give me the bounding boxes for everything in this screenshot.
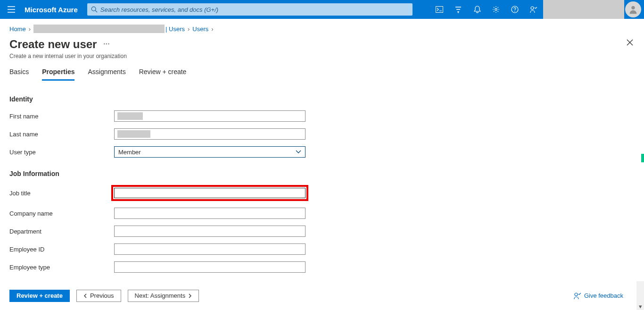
user-type-value: Member [118,149,141,156]
svg-point-7 [631,6,635,9]
svg-point-8 [575,293,578,296]
tab-bar: Basics Properties Assignments Review + c… [0,59,644,81]
global-search[interactable] [87,3,413,16]
tab-basics[interactable]: Basics [9,68,29,81]
notifications-icon[interactable] [468,0,487,19]
last-name-input[interactable] [114,128,305,140]
avatar[interactable] [625,1,641,17]
crumb-directory[interactable]: | Users [33,25,185,33]
more-actions-icon[interactable]: ··· [103,40,110,47]
top-right-icons [430,0,644,19]
next-label: Next: Assignments [135,292,186,299]
svg-rect-2 [436,7,443,13]
crumb-home[interactable]: Home [9,25,26,33]
search-input[interactable] [100,6,409,13]
label-company-name: Company name [9,210,114,217]
previous-label: Previous [90,292,114,299]
department-input[interactable] [114,226,305,237]
brand-label[interactable]: Microsoft Azure [23,6,84,14]
footer-bar: Review + create Previous Next: Assignmen… [0,281,644,310]
label-job-title: Job title [9,190,114,197]
chevron-right-icon: › [211,25,213,33]
page-subtitle: Create a new internal user in your organ… [9,53,635,59]
company-name-input[interactable] [114,208,305,219]
job-title-highlight [111,185,308,201]
chevron-left-icon [83,293,87,298]
chevron-right-icon: › [29,25,31,33]
chevron-right-icon [188,293,192,298]
svg-point-6 [531,7,534,9]
settings-gear-icon[interactable] [487,0,505,19]
previous-button[interactable]: Previous [76,290,121,302]
account-info-redacted [543,0,624,19]
redacted-value [117,130,150,138]
help-icon[interactable] [505,0,524,19]
label-user-type: User type [9,149,114,156]
azure-top-bar: Microsoft Azure [0,0,644,19]
redacted-box [33,25,165,33]
scrollbar-track[interactable]: ▾ [636,281,644,310]
employee-type-input[interactable] [114,261,305,273]
page-header: Create new user ··· Create a new interna… [0,36,644,59]
tab-properties[interactable]: Properties [42,68,74,81]
give-feedback-link[interactable]: Give feedback [574,292,623,300]
feedback-label: Give feedback [584,292,623,299]
menu-icon[interactable] [0,6,23,13]
label-first-name: First name [9,113,114,120]
scroll-indicator-pip [641,154,644,162]
tab-review-create[interactable]: Review + create [139,68,187,81]
next-button[interactable]: Next: Assignments [128,290,199,302]
search-icon [91,6,98,13]
employee-id-input[interactable] [114,243,305,255]
close-icon[interactable] [626,39,634,46]
redacted-value [117,112,143,120]
label-employee-type: Employee type [9,264,114,271]
review-create-button[interactable]: Review + create [9,290,70,302]
svg-point-3 [495,8,497,10]
job-title-input[interactable] [114,188,305,198]
page-title: Create new user [9,38,97,51]
crumb-users[interactable]: Users [192,25,208,33]
svg-point-5 [514,11,515,12]
section-identity-heading: Identity [9,95,635,103]
filter-icon[interactable] [449,0,468,19]
cloud-shell-icon[interactable] [430,0,449,19]
user-type-select[interactable]: Member [114,146,305,158]
chevron-right-icon: › [188,25,190,33]
breadcrumb: Home › | Users › Users › [0,19,644,36]
label-last-name: Last name [9,131,114,138]
feedback-icon[interactable] [524,0,543,19]
label-department: Department [9,228,114,235]
scroll-down-arrow-icon[interactable]: ▾ [636,302,644,310]
chevron-down-icon [296,150,301,154]
form-scroll-area[interactable]: Identity First name Last name User type … [0,83,644,281]
feedback-person-icon [574,292,581,300]
tab-assignments[interactable]: Assignments [88,68,125,81]
section-job-heading: Job Information [9,170,635,177]
label-employee-id: Employee ID [9,246,114,253]
first-name-input[interactable] [114,110,305,122]
svg-point-0 [91,7,96,11]
svg-line-1 [95,10,97,12]
